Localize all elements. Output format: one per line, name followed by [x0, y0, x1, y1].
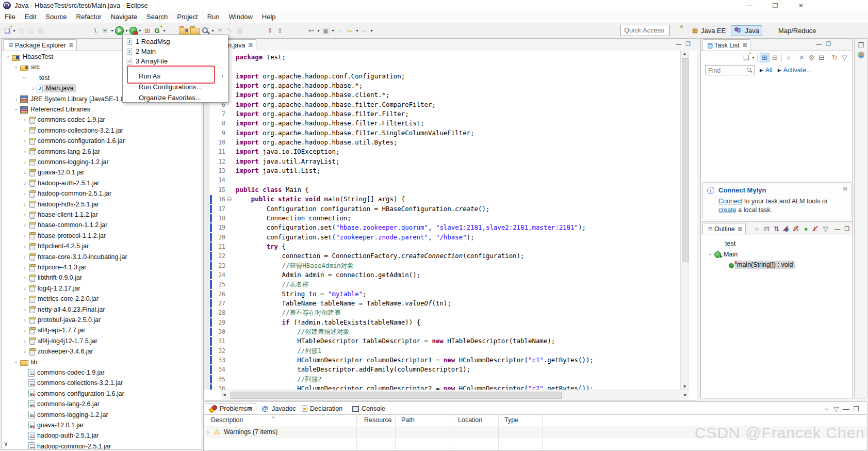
tree-item-commons-codec-1-9-jar[interactable]: ›commons-codec-1.9.jar	[2, 115, 105, 125]
code-line-10[interactable]: 10import org.apache.hadoop.hbase.util.By…	[204, 138, 680, 147]
tree-item-src[interactable]: ›src	[2, 62, 40, 72]
run-external-dropdown-icon[interactable]: ▾	[138, 28, 142, 33]
focus-icon[interactable]: ☻	[752, 224, 761, 233]
previous-annotation-icon[interactable]: ⇧	[275, 26, 284, 35]
open-resource-icon[interactable]	[190, 28, 200, 35]
code-line-29[interactable]: 29 if (!admin.tableExists(tableName)) {	[204, 318, 680, 327]
new-task-dropdown-icon[interactable]: ▾	[751, 55, 756, 60]
new-wizard-dropdown-icon[interactable]: ▾	[12, 28, 17, 33]
tree-item-hadoop-auth-2-5-1-jar[interactable]: ›hadoop-auth-2.5.1.jar	[2, 178, 100, 188]
debug-dropdown-icon[interactable]: ▾	[110, 28, 114, 33]
code-line-6[interactable]: 6import org.apache.hadoop.hbase.filter.C…	[204, 100, 680, 109]
column-header-resource[interactable]: Resource	[364, 416, 392, 424]
outline-item-main-string-void[interactable]: main(String[]) : void	[701, 260, 795, 270]
pin-editor-dropdown-icon[interactable]: ▾	[331, 28, 335, 33]
code-line-35[interactable]: 35 //列簇2	[204, 375, 680, 384]
vertical-scroll-thumb[interactable]	[682, 58, 689, 262]
expander-icon[interactable]: ›	[708, 251, 714, 258]
sort-icon[interactable]: ⇅	[772, 224, 781, 233]
tree-item-netty-all-4-0-23-final-jar[interactable]: ›netty-all-4.0.23.Final.jar	[2, 304, 105, 315]
menu-help[interactable]: Help	[257, 11, 281, 23]
tree-item-httpcore-4-1-3-jar[interactable]: ›httpcore-4.1.3.jar	[2, 262, 87, 272]
tree-item-lib[interactable]: ›lib	[2, 357, 38, 367]
scope-all-link[interactable]: All	[765, 67, 773, 74]
expander-icon[interactable]: ›	[21, 317, 28, 323]
collapse-all-icon[interactable]: ⊟	[762, 224, 771, 233]
view-menu-icon[interactable]: ▽	[840, 53, 849, 62]
clear-icon[interactable]: ✕	[797, 53, 806, 62]
mylyn-dot-icon[interactable]	[858, 52, 864, 58]
find-input[interactable]: Find	[705, 65, 755, 75]
tree-item-main-java[interactable]: ›Main.java	[2, 83, 76, 93]
tree-item-hadoop-hdfs-2-5-1-jar[interactable]: ›hadoop-hdfs-2.5.1.jar	[2, 199, 99, 210]
expander-icon[interactable]: ›	[21, 138, 28, 144]
tree-item-zookeeper-3-4-6-jar[interactable]: ›zookeeper-3.4.6.jar	[2, 346, 93, 357]
debug-icon[interactable]: ✳	[101, 26, 109, 35]
close-icon[interactable]: ⊠	[249, 42, 253, 48]
tree-item-commons-collections-3-2-1-jar[interactable]: commons-collections-3.2.1.jar	[2, 378, 123, 388]
search-dropdown-icon[interactable]: ▾	[210, 28, 215, 33]
code-line-25[interactable]: 25 //表名称	[204, 280, 680, 289]
search-icon[interactable]	[201, 26, 210, 35]
expander-icon[interactable]: ›	[5, 53, 11, 60]
tree-item-commons-codec-1-9-jar[interactable]: commons-codec-1.9.jar	[2, 367, 105, 378]
close-icon[interactable]: ⊠	[843, 186, 847, 191]
coverage-icon[interactable]: ▨	[235, 26, 244, 35]
expander-icon[interactable]: ›	[21, 190, 28, 197]
maximize-window-button[interactable]: ❐	[765, 0, 785, 11]
code-line-9[interactable]: 9import org.apache.hadoop.hbase.filter.S…	[204, 128, 680, 138]
tree-item-guava-12-0-1-jar[interactable]: guava-12.0.1.jar	[2, 420, 84, 430]
expander-icon[interactable]: ›	[204, 429, 212, 435]
expander-icon[interactable]: ›	[21, 201, 28, 207]
activate-link[interactable]: Activate...	[783, 67, 812, 74]
warnings-row[interactable]: › ⚠ Warnings (7 items)	[204, 426, 867, 437]
tree-item-hbase-client-1-1-2-jar[interactable]: ›hbase-client-1.1.2.jar	[2, 210, 98, 220]
code-line-20[interactable]: 20 configuration.set("zookeeper.znode.pa…	[204, 233, 680, 242]
create-link[interactable]: create	[718, 206, 736, 214]
menu-item-2-main[interactable]: 2 Main	[123, 46, 227, 56]
run-external-icon[interactable]	[129, 27, 137, 35]
minimize-icon[interactable]: —	[834, 225, 840, 232]
code-line-16[interactable]: 16– public static void main(String[] arg…	[204, 195, 680, 204]
tree-item-httpclient-4-2-5-jar[interactable]: ›httpclient-4.2.5.jar	[2, 241, 89, 251]
focus-icon[interactable]: ☻	[784, 53, 793, 62]
code-line-36[interactable]: 36 HColumnDescriptor columnDescriptor2 =…	[204, 384, 680, 390]
expander-icon[interactable]: ›	[21, 307, 28, 313]
column-header-location[interactable]: Location	[458, 416, 482, 424]
tree-item-hadoop-common-2-5-1-jar[interactable]: hadoop-common-2.5.1.jar	[2, 441, 111, 449]
code-line-32[interactable]: 32 //列簇1	[204, 346, 680, 356]
close-icon[interactable]: ⊠	[69, 42, 73, 48]
code-line-14[interactable]: 14	[204, 175, 680, 185]
tree-item-commons-logging-1-2-jar[interactable]: commons-logging-1.2.jar	[2, 410, 108, 420]
minimize-icon[interactable]: —	[676, 41, 681, 47]
menu-run[interactable]: Run	[203, 11, 224, 23]
skip-breakpoints-icon[interactable]: ∖	[91, 26, 100, 35]
back-dropdown-icon[interactable]: ▾	[355, 28, 359, 33]
column-header-type[interactable]: Type	[504, 416, 518, 424]
tree-item-hbasetest[interactable]: ›HbaseTest	[2, 52, 53, 62]
new-task-icon[interactable]: ❏	[742, 53, 750, 62]
expander-icon[interactable]: ›	[21, 222, 28, 228]
menu-item-1-readmsg[interactable]: 1 ReadMsg	[123, 37, 227, 46]
tree-item-commons-logging-1-2-jar[interactable]: ›commons-logging-1.2.jar	[2, 157, 109, 167]
code-line-3[interactable]: 3import org.apache.hadoop.conf.Configura…	[204, 72, 680, 81]
outline-item-test[interactable]: test	[701, 238, 735, 249]
scroll-right-icon[interactable]: ▸	[684, 391, 687, 398]
code-line-23[interactable]: 23 //获得HBaseAdmin对象	[204, 261, 680, 270]
code-line-8[interactable]: 8import org.apache.hadoop.hbase.filter.F…	[204, 119, 680, 128]
forward-dropdown-icon[interactable]: ▾	[369, 28, 374, 33]
tree-item-hadoop-common-2-5-1-jar[interactable]: ›hadoop-common-2.5.1.jar	[2, 188, 111, 199]
scroll-down-icon[interactable]: ▼	[681, 384, 689, 389]
minimize-icon[interactable]: —	[816, 41, 822, 47]
scroll-up-icon[interactable]: ▲	[681, 51, 689, 56]
close-window-button[interactable]: ✕	[791, 0, 811, 11]
menu-item-3-arrayfile[interactable]: 3 ArrayFile	[123, 56, 227, 66]
print-icon[interactable]: ▦	[37, 26, 45, 35]
collapse-all-icon[interactable]: ⊟	[817, 53, 826, 62]
tree-item-commons-collections-3-2-1-jar[interactable]: ›commons-collections-3.2.1.jar	[2, 125, 123, 136]
expander-icon[interactable]: ›	[21, 117, 28, 123]
hide-static-icon[interactable]: S	[792, 224, 800, 233]
expander-icon[interactable]: ›	[21, 275, 28, 281]
expander-icon[interactable]: ›	[21, 348, 28, 355]
expander-icon[interactable]: ›	[29, 85, 37, 91]
